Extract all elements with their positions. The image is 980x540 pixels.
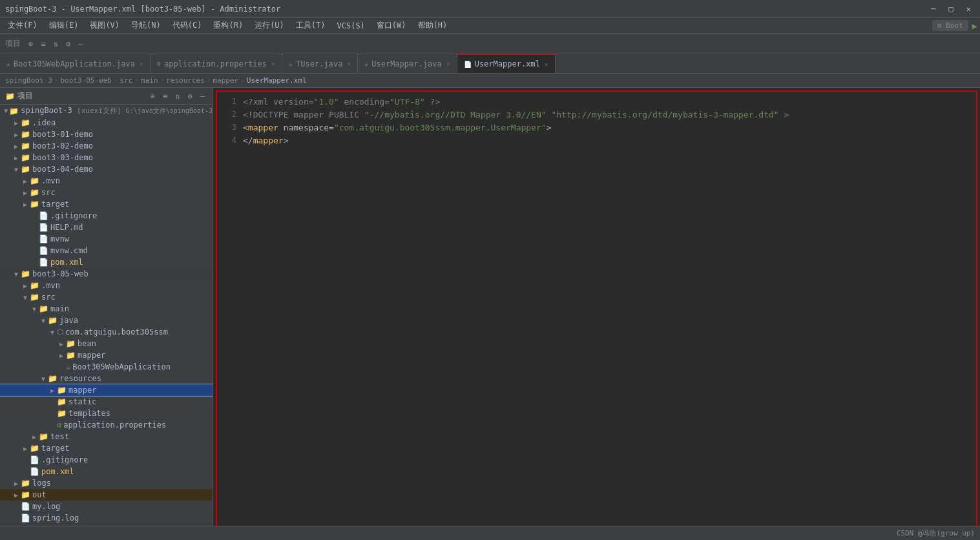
breadcrumb-part-6[interactable]: UserMapper.xml (247, 76, 307, 85)
tree-item-boot301[interactable]: ▶ 📁 boot3-01-demo (0, 129, 213, 140)
folder-icon-idea: 📁 (21, 118, 30, 127)
tree-label-resources305: resources (59, 374, 101, 383)
menu-refactor[interactable]: 重构(R) (208, 19, 248, 32)
tree-item-boot305web[interactable]: ▼ 📁 boot3-05-web (0, 268, 213, 280)
tree-item-boot305app[interactable]: ▶ ☕ Boot305WebApplication (0, 361, 213, 373)
tab-boot305webapplication[interactable]: ☕ Boot305WebApplication.java ✕ (0, 54, 151, 73)
run-icon[interactable]: ▶ (972, 21, 977, 31)
tree-item-java305[interactable]: ▼ 📁 java (0, 315, 213, 326)
breadcrumb-part-3[interactable]: main (141, 76, 158, 85)
tree-label-src304: src (41, 188, 56, 197)
tree-label-logs: logs (32, 479, 51, 488)
sidebar-list-btn[interactable]: ≡ (160, 92, 170, 101)
arrow-boot302: ▶ (12, 143, 21, 150)
tab-close-usermapperjava[interactable]: ✕ (446, 60, 450, 67)
toolbar-btn-2[interactable]: ≡ (38, 38, 48, 50)
tab-close-usermapperxml[interactable]: ✕ (545, 61, 548, 68)
package-icon-com305: ⬡ (57, 327, 63, 337)
title-bar: spingBoot-3 - UserMapper.xml [boot3-05-w… (0, 0, 980, 18)
tab-close-boot305[interactable]: ✕ (140, 60, 143, 67)
tree-item-appprop305[interactable]: ▶ ⚙ application.properties (0, 419, 213, 431)
tree-item-resources305[interactable]: ▼ 📁 resources (0, 373, 213, 384)
tree-item-mvn304[interactable]: ▶ 📁 .mvn (0, 175, 213, 187)
tree-item-mvnwcmd304[interactable]: ▶ 📄 mvnw.cmd (0, 245, 213, 256)
tree-item-src305[interactable]: ▼ 📁 src (0, 291, 213, 303)
sidebar-sort-btn[interactable]: ⇅ (172, 92, 182, 101)
tree-item-mapper305[interactable]: ▶ 📁 mapper (0, 349, 213, 361)
tree-item-idea[interactable]: ▶ 📁 .idea (0, 117, 213, 129)
tab-bar: ☕ Boot305WebApplication.java ✕ ⚙ applica… (0, 54, 980, 74)
toolbar-btn-3[interactable]: ⇅ (50, 38, 60, 50)
close-icon[interactable]: ✕ (963, 3, 975, 15)
tab-label-usermapperxml: UserMapper.xml (475, 59, 540, 68)
tree-item-static305[interactable]: ▶ 📁 static (0, 396, 213, 408)
tab-usermapperxml[interactable]: 📄 UserMapper.xml ✕ (457, 54, 556, 73)
tree-item-spingboot3[interactable]: ▼ 📁 spingBoot-3 [xuexi文件] G:\java文件\spin… (0, 105, 213, 117)
file-icon-springlog: 📄 (21, 514, 30, 523)
file-icon-gitignore305: 📄 (30, 455, 39, 464)
toolbar-btn-4[interactable]: ⚙ (63, 38, 73, 50)
tree-label-mvnw304: mvnw (50, 234, 69, 244)
sidebar-settings-btn[interactable]: ⚙ (185, 92, 195, 101)
breadcrumb-part-0[interactable]: spingBoot-3 (5, 76, 52, 85)
tree-item-gitignore305[interactable]: ▶ 📄 .gitignore (0, 454, 213, 466)
tree-item-mapper305res[interactable]: ▶ 📁 mapper (0, 384, 213, 396)
menu-run[interactable]: 运行(U) (249, 19, 289, 32)
tab-close-appprop[interactable]: ✕ (271, 60, 275, 67)
menu-code[interactable]: 代码(C) (167, 19, 207, 32)
sidebar-add-btn[interactable]: ⊕ (148, 92, 158, 101)
tree-item-target305[interactable]: ▶ 📁 target (0, 442, 213, 454)
tree-item-mylog[interactable]: ▶ 📄 my.log (0, 501, 213, 512)
tree-item-springlog[interactable]: ▶ 📄 spring.log (0, 512, 213, 524)
toolbar-btn-5[interactable]: — (76, 38, 85, 50)
tree-item-pomxml305[interactable]: ▶ 📄 pom.xml (0, 466, 213, 477)
tree-item-target304[interactable]: ▶ 📁 target (0, 198, 213, 210)
tree-item-boot303[interactable]: ▶ 📁 boot3-03-demo (0, 152, 213, 163)
tree-item-mvnw304[interactable]: ▶ 📄 mvnw (0, 233, 213, 245)
tab-applicationproperties[interactable]: ⚙ application.properties ✕ (151, 54, 282, 73)
editor-content[interactable]: 1 <?xml version="1.0" encoding="UTF-8" ?… (216, 90, 977, 537)
editor-area: 1 <?xml version="1.0" encoding="UTF-8" ?… (213, 88, 980, 540)
menu-vcs[interactable]: VCS(S) (332, 20, 370, 32)
menu-file[interactable]: 文件(F) (3, 19, 43, 32)
tree-item-com305[interactable]: ▼ ⬡ com.atguigu.boot305ssm (0, 326, 213, 338)
minimize-icon[interactable]: ─ (927, 3, 939, 15)
tree-item-templates305[interactable]: ▶ 📁 templates (0, 408, 213, 419)
menu-nav[interactable]: 导航(N) (126, 19, 166, 32)
breadcrumb-part-5[interactable]: mapper (213, 76, 238, 85)
maximize-icon[interactable]: □ (945, 3, 957, 15)
tree-item-help304[interactable]: ▶ 📄 HELP.md (0, 222, 213, 233)
tree-item-pomxml304[interactable]: ▶ 📄 pom.xml (0, 256, 213, 268)
tab-tuser[interactable]: ☕ TUser.java ✕ (282, 54, 358, 73)
menu-help[interactable]: 帮助(H) (413, 19, 453, 32)
sidebar-close-btn[interactable]: — (198, 92, 207, 101)
tab-close-tuser[interactable]: ✕ (347, 60, 351, 67)
tree-item-src304[interactable]: ▶ 📁 src (0, 187, 213, 198)
menu-window[interactable]: 窗口(W) (371, 19, 412, 32)
arrow-spingboot3: ▼ (3, 107, 9, 114)
breadcrumb-part-2[interactable]: src (120, 76, 133, 85)
tree-item-boot302[interactable]: ▶ 📁 boot3-02-demo (0, 140, 213, 152)
tree-label-mvn304: .mvn (41, 176, 60, 185)
tree-label-com305: com.atguigu.boot305ssm (65, 327, 168, 337)
folder-icon-src304: 📁 (30, 188, 39, 197)
arrow-mvn304: ▶ (21, 178, 30, 185)
tree-item-main305[interactable]: ▼ 📁 main (0, 303, 213, 315)
breadcrumb-part-4[interactable]: resources (166, 76, 205, 85)
breadcrumb-part-1[interactable]: boot3-05-web (60, 76, 111, 85)
tab-usermapperjava[interactable]: ☕ UserMapper.java ✕ (358, 54, 457, 73)
menu-view[interactable]: 视图(V) (85, 19, 125, 32)
line-number-3: 3 (217, 123, 243, 132)
tree-item-boot304[interactable]: ▼ 📁 boot3-04-demo (0, 163, 213, 175)
tree-item-gitignore304[interactable]: ▶ 📄 .gitignore (0, 210, 213, 222)
toolbar-btn-1[interactable]: ⊕ (26, 38, 36, 50)
tree-item-logs[interactable]: ▶ 📁 logs (0, 477, 213, 489)
tree-item-test305[interactable]: ▶ 📁 test (0, 431, 213, 442)
menu-edit[interactable]: 编辑(E) (44, 19, 84, 32)
menu-tools[interactable]: 工具(T) (291, 19, 331, 32)
run-button-area[interactable]: ⚙ Boot ▶ (932, 20, 977, 31)
tree-item-bean305[interactable]: ▶ 📁 bean (0, 338, 213, 349)
tree-label-main305: main (50, 304, 69, 313)
tree-item-mvn305[interactable]: ▶ 📁 .mvn (0, 280, 213, 291)
tree-item-out[interactable]: ▶ 📁 out (0, 489, 213, 501)
